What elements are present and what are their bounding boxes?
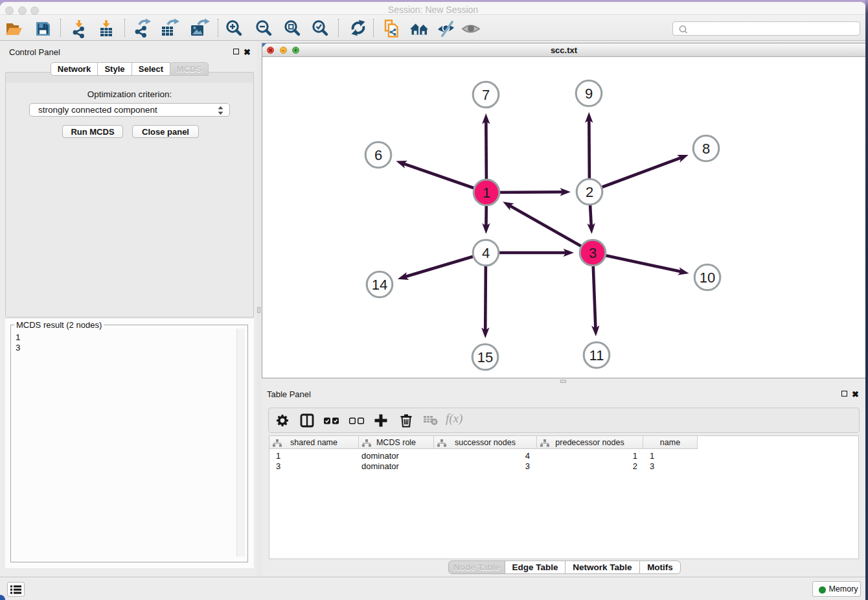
svg-text:1: 1	[483, 185, 490, 201]
svg-text:11: 11	[589, 347, 604, 363]
svg-text:4: 4	[482, 245, 490, 261]
svg-text:6: 6	[374, 147, 382, 163]
svg-text:8: 8	[702, 141, 710, 157]
svg-text:14: 14	[372, 277, 387, 293]
svg-text:15: 15	[477, 349, 493, 365]
svg-text:2: 2	[586, 184, 593, 200]
svg-text:10: 10	[700, 270, 715, 286]
svg-text:7: 7	[482, 87, 490, 103]
svg-text:9: 9	[585, 86, 593, 102]
svg-text:3: 3	[589, 245, 597, 261]
